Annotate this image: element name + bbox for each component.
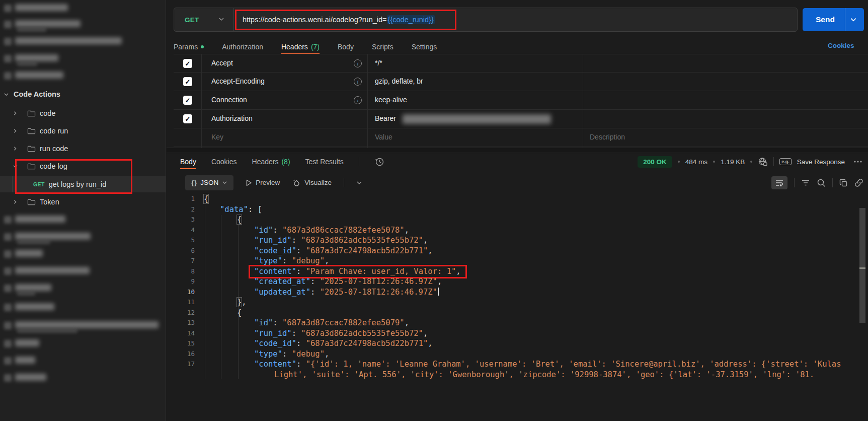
header-value[interactable]: Bearer [375, 114, 396, 122]
folder-icon [27, 127, 36, 135]
folder-label: code run [40, 127, 68, 135]
redacted-icon [4, 285, 12, 292]
wrap-text-icon[interactable] [771, 176, 787, 189]
sidebar-folder-code[interactable]: code [0, 106, 166, 121]
code-line: 6"code_id": "687a3d7c24798acb5d22b771", [204, 246, 850, 256]
editor-scrollbar[interactable] [859, 208, 865, 323]
tab-params[interactable]: Params [174, 40, 204, 54]
send-button[interactable]: Send [803, 8, 864, 31]
redacted-sublabel [17, 28, 46, 32]
save-response-button[interactable]: Save Response [797, 158, 845, 166]
redacted-icon [4, 267, 12, 275]
more-options-icon[interactable] [853, 160, 862, 163]
tab-authorization[interactable]: Authorization [222, 40, 263, 54]
response-tabs: Body Cookies Headers(8) Test Results [180, 154, 384, 169]
response-body-editor[interactable]: 1{2"data": [3{4"id": "687a3d86ccac7882ef… [174, 194, 868, 421]
visualize-button[interactable]: Visualize [292, 178, 332, 187]
code-line: 2"data": [ [204, 204, 850, 215]
redacted-label [15, 321, 159, 328]
redacted-label [15, 20, 81, 27]
redacted-sublabel [17, 329, 77, 333]
line-number: 6 [180, 246, 195, 256]
info-icon: i [354, 59, 362, 67]
tab-settings[interactable]: Settings [412, 40, 437, 54]
header-value[interactable]: keep-alive [375, 96, 407, 104]
sidebar-request-get-logs-by-run-id[interactable]: GET get logs by run_id [0, 176, 166, 192]
redacted-icon [4, 357, 12, 365]
line-number: 15 [180, 338, 195, 349]
checkbox-checked[interactable]: ✓ [183, 59, 192, 68]
redacted-icon [4, 72, 12, 80]
globe-lock-icon[interactable] [758, 157, 768, 167]
sidebar-collection-code-actions[interactable]: Code Actions [0, 87, 166, 102]
line-number: 9 [180, 276, 195, 287]
tab-response-body[interactable]: Body [180, 155, 196, 169]
response-time[interactable]: 484 ms [685, 158, 707, 166]
sidebar-folder-run-code[interactable]: run code [0, 141, 166, 156]
tab-headers[interactable]: Headers(7) [281, 40, 320, 54]
sidebar-folder-code-log[interactable]: code log [0, 159, 166, 174]
redacted-label [15, 284, 51, 291]
redacted-label [15, 4, 68, 11]
checkbox-checked[interactable]: ✓ [183, 114, 192, 123]
visualize-icon [292, 178, 301, 187]
redacted-icon [4, 5, 12, 12]
sidebar-folder-token[interactable]: Token [0, 194, 166, 209]
search-icon[interactable] [817, 178, 826, 187]
code-line: 17"content": "{'id': 1, 'name': 'Leanne … [204, 359, 850, 380]
response-size[interactable]: 1.19 KB [721, 158, 745, 166]
header-key[interactable]: Accept [211, 59, 233, 67]
tab-test-results[interactable]: Test Results [305, 155, 344, 169]
redacted-icon [4, 250, 12, 258]
send-options-chevron-down-icon[interactable] [850, 16, 857, 25]
preview-button[interactable]: Preview [246, 179, 280, 186]
code-line: 16"type": "debug", [204, 349, 850, 360]
header-value[interactable]: gzip, deflate, br [375, 77, 423, 85]
line-number: 17 [180, 359, 195, 370]
section-divider[interactable] [167, 148, 868, 153]
collection-label: Code Actions [14, 90, 60, 98]
chevron-right-icon [11, 127, 19, 135]
tab-response-cookies[interactable]: Cookies [211, 155, 237, 169]
checkbox-checked[interactable]: ✓ [183, 96, 192, 105]
link-icon[interactable] [854, 178, 863, 187]
history-icon[interactable] [374, 157, 384, 167]
table-row-empty: Key Value Description [174, 128, 868, 147]
divider [832, 178, 833, 187]
format-label: JSON [200, 179, 218, 186]
tab-response-headers[interactable]: Headers(8) [252, 155, 290, 169]
code-line: 11}, [204, 297, 850, 308]
tab-body[interactable]: Body [338, 40, 354, 54]
table-row: ✓ Authorization Bearer [174, 110, 868, 128]
checkbox-checked[interactable]: ✓ [183, 77, 192, 86]
redacted-label [15, 37, 122, 44]
header-value[interactable]: */* [375, 59, 382, 67]
code-line: 13"id": "687a3d87ccac7882efee5079", [204, 318, 850, 328]
tab-scripts[interactable]: Scripts [372, 40, 393, 54]
sidebar-folder-code-run[interactable]: code run [0, 123, 166, 138]
format-dropdown[interactable]: { } JSON [185, 175, 233, 190]
url-input[interactable]: https://code-actions.weni.ai/codelog?run… [234, 16, 435, 24]
header-key[interactable]: Authorization [211, 114, 253, 122]
key-placeholder[interactable]: Key [211, 133, 223, 141]
redacted-icon [4, 21, 12, 28]
chevron-down-icon[interactable] [356, 180, 362, 186]
redacted-label [15, 267, 90, 274]
divider [845, 8, 845, 31]
folder-label: run code [40, 145, 68, 153]
column-divider [201, 54, 202, 148]
filter-icon[interactable] [801, 179, 810, 186]
header-key[interactable]: Connection [211, 96, 247, 104]
redacted-icon [4, 304, 12, 311]
redacted-icon [4, 322, 12, 329]
description-placeholder[interactable]: Description [590, 133, 625, 141]
line-number: 14 [180, 328, 195, 339]
cookies-link[interactable]: Cookies [828, 42, 854, 49]
copy-icon[interactable] [839, 179, 848, 187]
status-badge[interactable]: 200 OK [638, 156, 672, 168]
header-key[interactable]: Accept-Encoding [211, 77, 265, 85]
line-number: 10 [180, 287, 195, 298]
method-dropdown[interactable]: GET [174, 16, 233, 24]
redacted-label [15, 216, 65, 223]
value-placeholder[interactable]: Value [375, 133, 392, 141]
